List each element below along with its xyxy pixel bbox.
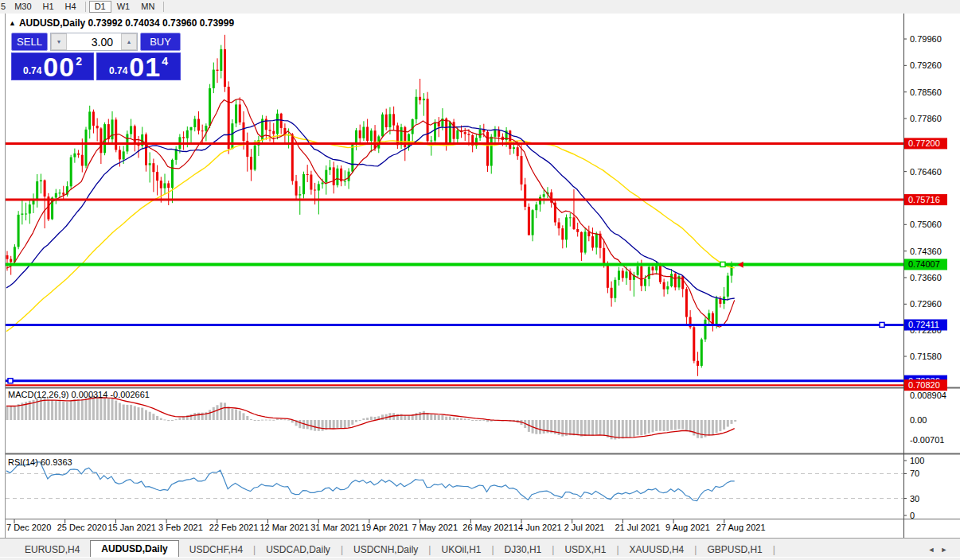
- svg-text:3 Feb 2021: 3 Feb 2021: [158, 523, 203, 532]
- svg-text:0.78560: 0.78560: [910, 88, 942, 97]
- svg-text:31 Mar 2021: 31 Mar 2021: [310, 523, 360, 532]
- chart-tab-usdcad[interactable]: USDCAD,Daily: [256, 542, 341, 558]
- buy-price-display[interactable]: 0.74 01 4: [96, 52, 181, 80]
- svg-text:70: 70: [910, 469, 919, 478]
- svg-text:0.73660: 0.73660: [910, 273, 942, 282]
- chart-tab-xauusd[interactable]: XAUUSD,H4: [619, 542, 695, 558]
- chart-tab-usdcnh[interactable]: USDCNH,Daily: [343, 542, 428, 558]
- svg-text:7 May 2021: 7 May 2021: [412, 523, 458, 532]
- svg-text:0.77200: 0.77200: [908, 138, 940, 148]
- svg-text:0.008904: 0.008904: [910, 391, 946, 400]
- volume-decrease-icon[interactable]: ▼: [51, 33, 67, 50]
- collapse-arrow-icon[interactable]: ▲: [9, 19, 16, 27]
- status-strip: [0, 557, 960, 560]
- svg-text:0.71580: 0.71580: [910, 352, 942, 361]
- chart-tab-audusd[interactable]: AUDUSD,Daily: [90, 540, 178, 558]
- svg-text:0.72960: 0.72960: [910, 299, 942, 309]
- svg-text:0.74007: 0.74007: [908, 259, 940, 269]
- chart-tab-ukoil[interactable]: UKOil,H1: [431, 542, 491, 558]
- one-click-trade-panel: SELL ▼ 3.00 ▲ BUY 0.74 00 2 0.74 01 4: [11, 33, 181, 80]
- svg-text:0.75716: 0.75716: [908, 195, 940, 204]
- svg-text:0.76460: 0.76460: [910, 167, 942, 177]
- sell-price-digits: 00: [43, 55, 75, 79]
- timeframe-button-h1[interactable]: H1: [37, 1, 60, 13]
- svg-text:30: 30: [910, 494, 919, 504]
- svg-text:7 Dec 2020: 7 Dec 2020: [6, 523, 51, 532]
- buy-price-prefix: 0.74: [109, 65, 127, 76]
- tab-scroll-right-icon[interactable]: ►: [938, 542, 950, 558]
- timeframe-button-mn[interactable]: MN: [135, 1, 160, 13]
- price-chart: 0.799600.792600.785600.778600.764600.750…: [0, 14, 960, 539]
- volume-input[interactable]: 3.00: [67, 33, 121, 50]
- timeframe-button-d1[interactable]: D1: [89, 1, 111, 13]
- chart-tab-dj30[interactable]: DJ30,H1: [494, 542, 552, 558]
- svg-text:0.70820: 0.70820: [908, 380, 940, 390]
- buy-price-digits: 01: [129, 55, 161, 79]
- volume-spinner: ▼ 3.00 ▲: [50, 33, 138, 51]
- timeframe-button-w1[interactable]: W1: [111, 1, 136, 13]
- svg-text:0.79960: 0.79960: [910, 34, 942, 44]
- rsi-indicator-label: RSI(14) 60.9363: [8, 457, 72, 467]
- sell-price-pip: 2: [76, 55, 82, 68]
- svg-text:22 Feb 2021: 22 Feb 2021: [209, 523, 259, 532]
- svg-text:19 Apr 2021: 19 Apr 2021: [361, 523, 408, 532]
- timeframe-button-5[interactable]: 5: [0, 1, 9, 13]
- svg-text:15 Jan 2021: 15 Jan 2021: [107, 523, 156, 532]
- chart-tab-usdx[interactable]: USDX,H1: [554, 542, 616, 558]
- svg-text:0: 0: [910, 511, 915, 520]
- svg-text:0.72411: 0.72411: [908, 320, 939, 329]
- chart-tab-eurusd[interactable]: EURUSD,H4: [14, 542, 90, 558]
- svg-text:2 Jul 2021: 2 Jul 2021: [564, 523, 605, 532]
- buy-button[interactable]: BUY: [140, 33, 181, 51]
- timeframe-toolbar: 5M30H1H4D1W1MN: [0, 0, 960, 14]
- svg-text:26 May 2021: 26 May 2021: [462, 523, 513, 532]
- chart-tab-usdchf[interactable]: USDCHF,H4: [179, 542, 253, 558]
- buy-price-pip: 4: [162, 55, 168, 68]
- chart-tab-bar: EURUSD,H4AUDUSD,DailyUSDCHF,H4|USDCAD,Da…: [0, 538, 960, 558]
- svg-text:12 Mar 2021: 12 Mar 2021: [260, 523, 310, 532]
- macd-indicator-label: MACD(12,26,9) 0.000314 -0.002661: [8, 390, 150, 399]
- toolbar-separator: [85, 2, 86, 12]
- svg-text:0.00: 0.00: [910, 415, 927, 425]
- chart-window: 0.799600.792600.785600.778600.764600.750…: [0, 14, 960, 557]
- timeframe-button-h4[interactable]: H4: [60, 1, 82, 13]
- sell-price-prefix: 0.74: [23, 65, 41, 76]
- volume-increase-icon[interactable]: ▲: [121, 33, 137, 50]
- svg-text:27 Aug 2021: 27 Aug 2021: [716, 523, 766, 532]
- svg-text:25 Dec 2020: 25 Dec 2020: [57, 523, 107, 532]
- chart-tab-gbpusd[interactable]: GBPUSD,H1: [697, 542, 772, 558]
- svg-text:100: 100: [910, 456, 924, 465]
- svg-text:0.74360: 0.74360: [910, 247, 942, 256]
- tab-separator: |: [773, 542, 775, 558]
- chart-title: ▲AUDUSD,Daily 0.73992 0.74034 0.73960 0.…: [9, 18, 234, 29]
- tab-scroll-left-icon[interactable]: ◄: [925, 542, 938, 558]
- sell-button[interactable]: SELL: [11, 33, 48, 51]
- sell-price-display[interactable]: 0.74 00 2: [11, 52, 94, 80]
- svg-text:9 Aug 2021: 9 Aug 2021: [665, 523, 710, 532]
- svg-text:14 Jun 2021: 14 Jun 2021: [513, 523, 562, 532]
- svg-text:-0.00701: -0.00701: [910, 435, 944, 445]
- svg-text:21 Jul 2021: 21 Jul 2021: [615, 523, 660, 532]
- svg-text:0.75060: 0.75060: [910, 220, 942, 229]
- window-left-border: [0, 14, 6, 539]
- toolbar-separator: [163, 2, 164, 12]
- timeframe-button-m30[interactable]: M30: [9, 1, 37, 13]
- chart-title-text: AUDUSD,Daily 0.73992 0.74034 0.73960 0.7…: [19, 18, 234, 29]
- svg-text:0.79260: 0.79260: [910, 60, 942, 70]
- svg-text:0.77860: 0.77860: [910, 114, 942, 123]
